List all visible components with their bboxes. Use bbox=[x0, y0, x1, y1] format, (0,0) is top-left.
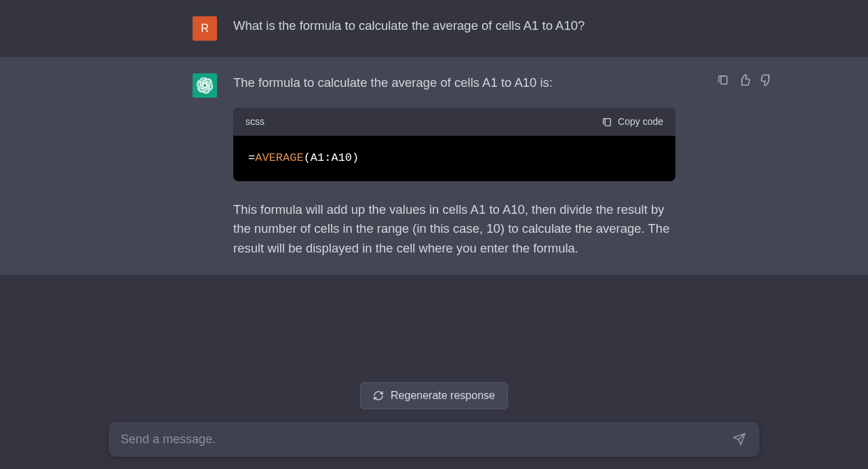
thumbs-down-icon bbox=[760, 74, 772, 86]
assistant-intro-text: The formula to calculate the average of … bbox=[233, 73, 675, 93]
user-message-row: R What is the formula to calculate the a… bbox=[0, 0, 868, 57]
regenerate-button[interactable]: Regenerate response bbox=[360, 382, 508, 409]
assistant-message-row: The formula to calculate the average of … bbox=[0, 57, 868, 275]
code-token-eq: = bbox=[248, 151, 255, 164]
copy-message-button[interactable] bbox=[716, 73, 730, 87]
user-message-text: What is the formula to calculate the ave… bbox=[233, 16, 675, 41]
message-actions bbox=[716, 73, 773, 87]
message-input[interactable] bbox=[121, 432, 731, 447]
assistant-avatar bbox=[193, 73, 217, 98]
openai-logo-icon bbox=[197, 77, 213, 94]
send-button[interactable] bbox=[731, 431, 747, 447]
thumbs-up-button[interactable] bbox=[738, 73, 751, 87]
clipboard-icon bbox=[717, 74, 729, 86]
assistant-message-content: The formula to calculate the average of … bbox=[233, 73, 675, 259]
code-token-arg: A1:A10 bbox=[311, 151, 352, 164]
code-body: =AVERAGE(A1:A10) bbox=[233, 136, 675, 181]
code-block: scss Copy code =AVERAGE(A1:A10) bbox=[233, 108, 675, 181]
code-token-close: ) bbox=[352, 151, 359, 164]
code-token-open: ( bbox=[304, 151, 311, 164]
send-icon bbox=[732, 432, 746, 446]
user-avatar: R bbox=[193, 16, 217, 41]
svg-rect-1 bbox=[721, 76, 727, 84]
svg-rect-0 bbox=[605, 118, 610, 126]
user-avatar-letter: R bbox=[201, 22, 209, 35]
code-token-fn: AVERAGE bbox=[255, 151, 303, 164]
thumbs-up-icon bbox=[738, 74, 751, 86]
code-block-header: scss Copy code bbox=[233, 108, 675, 136]
thumbs-down-button[interactable] bbox=[760, 73, 773, 87]
clipboard-icon bbox=[601, 117, 612, 128]
refresh-icon bbox=[373, 390, 384, 401]
regenerate-label: Regenerate response bbox=[391, 390, 495, 402]
code-language-label: scss bbox=[245, 115, 264, 130]
copy-code-label: Copy code bbox=[618, 115, 663, 130]
message-input-container bbox=[108, 421, 760, 457]
copy-code-button[interactable]: Copy code bbox=[601, 115, 663, 130]
assistant-explain-text: This formula will add up the values in c… bbox=[233, 200, 675, 259]
bottom-controls: Regenerate response bbox=[0, 362, 868, 469]
